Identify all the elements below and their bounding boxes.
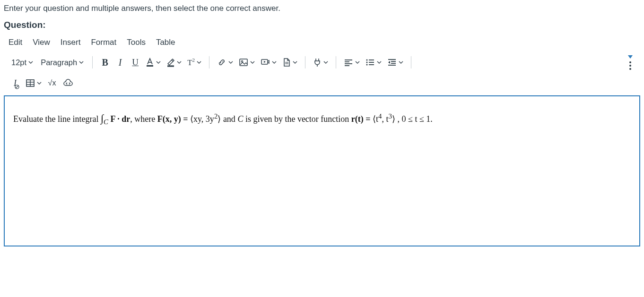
text-color-icon bbox=[146, 58, 154, 67]
font-size-label: 12pt bbox=[11, 58, 26, 67]
chevron-down-icon bbox=[323, 60, 328, 64]
superscript-icon: T2 bbox=[187, 57, 195, 68]
table-button[interactable] bbox=[23, 75, 44, 92]
editor-menubar: Edit View Insert Format Tools Table bbox=[4, 35, 640, 52]
toolbar-row-1: 12pt Paragraph B I U bbox=[4, 52, 640, 73]
clear-formatting-icon: I bbox=[14, 78, 17, 88]
chevron-down-icon bbox=[177, 60, 182, 64]
chevron-down-icon bbox=[355, 60, 360, 64]
menu-table[interactable]: Table bbox=[156, 38, 175, 47]
italic-icon: I bbox=[119, 57, 122, 68]
separator bbox=[209, 56, 209, 68]
menu-format[interactable]: Format bbox=[91, 38, 116, 47]
bold-icon: B bbox=[102, 57, 108, 68]
separator bbox=[305, 56, 305, 68]
highlight-color-button[interactable] bbox=[164, 54, 184, 71]
chevron-down-icon bbox=[399, 60, 403, 64]
menu-insert[interactable]: Insert bbox=[61, 38, 81, 47]
media-icon bbox=[261, 58, 270, 67]
question-text: Evaluate the line integral ∫C F · dr, wh… bbox=[13, 114, 433, 124]
apps-button[interactable] bbox=[310, 54, 331, 71]
font-size-dropdown[interactable]: 12pt bbox=[8, 54, 37, 71]
media-button[interactable] bbox=[258, 54, 279, 71]
highlight-icon bbox=[166, 58, 175, 67]
clear-formatting-button[interactable]: I bbox=[8, 75, 23, 92]
block-format-dropdown[interactable]: Paragraph bbox=[37, 54, 87, 71]
vertical-dots-icon bbox=[629, 61, 631, 70]
instructions-text: Enter your question and multiple answers… bbox=[4, 4, 640, 13]
indent-button[interactable] bbox=[384, 54, 406, 71]
chevron-down-icon bbox=[79, 60, 84, 64]
equation-button[interactable]: √x bbox=[44, 75, 60, 92]
table-icon bbox=[26, 79, 35, 87]
align-left-icon bbox=[344, 59, 353, 66]
chevron-down-icon bbox=[272, 60, 277, 64]
cloud-embed-icon bbox=[62, 79, 74, 87]
svg-rect-3 bbox=[240, 59, 247, 66]
svg-point-4 bbox=[241, 60, 243, 62]
chevron-down-icon bbox=[250, 60, 255, 64]
chevron-down-icon bbox=[228, 60, 233, 64]
svg-point-17 bbox=[366, 64, 368, 66]
link-icon bbox=[217, 58, 226, 67]
chevron-down-icon bbox=[293, 60, 297, 64]
svg-point-16 bbox=[366, 62, 368, 63]
chevron-down-icon bbox=[28, 60, 33, 64]
svg-rect-1 bbox=[147, 65, 153, 67]
chevron-down-icon bbox=[37, 81, 42, 85]
document-icon bbox=[282, 58, 291, 67]
image-icon bbox=[239, 58, 248, 67]
separator bbox=[336, 56, 336, 68]
underline-button[interactable]: U bbox=[128, 54, 143, 71]
sqrt-icon: √x bbox=[48, 79, 56, 87]
chevron-down-icon bbox=[377, 60, 382, 64]
italic-button[interactable]: I bbox=[113, 54, 128, 71]
menu-view[interactable]: View bbox=[33, 38, 50, 47]
align-button[interactable] bbox=[341, 54, 363, 71]
image-button[interactable] bbox=[236, 54, 258, 71]
menu-edit[interactable]: Edit bbox=[9, 38, 22, 47]
embed-button[interactable] bbox=[60, 75, 77, 92]
question-label: Question: bbox=[4, 20, 640, 30]
rich-text-editor: Edit View Insert Format Tools Table 12pt… bbox=[4, 35, 640, 246]
bullet-list-icon bbox=[366, 59, 375, 66]
separator bbox=[92, 56, 93, 68]
triangle-down-icon bbox=[628, 55, 633, 59]
editor-content-area[interactable]: Evaluate the line integral ∫C F · dr, wh… bbox=[4, 95, 640, 246]
separator bbox=[411, 56, 411, 68]
block-format-label: Paragraph bbox=[41, 58, 77, 67]
document-button[interactable] bbox=[279, 54, 300, 71]
chevron-down-icon bbox=[197, 60, 201, 64]
superscript-button[interactable]: T2 bbox=[184, 54, 204, 71]
link-button[interactable] bbox=[214, 54, 236, 71]
svg-rect-2 bbox=[167, 66, 174, 67]
menu-tools[interactable]: Tools bbox=[127, 38, 146, 47]
outdent-icon bbox=[387, 59, 397, 66]
plug-icon bbox=[313, 58, 322, 67]
bold-button[interactable]: B bbox=[97, 54, 113, 71]
svg-line-26 bbox=[16, 85, 18, 88]
chevron-down-icon bbox=[156, 60, 161, 64]
text-color-button[interactable] bbox=[143, 54, 164, 71]
toolbar-row-2: I √x bbox=[4, 73, 640, 93]
bullet-list-button[interactable] bbox=[363, 54, 384, 71]
svg-point-15 bbox=[366, 59, 368, 61]
underline-icon: U bbox=[132, 57, 139, 68]
more-tools-button[interactable] bbox=[624, 54, 636, 71]
